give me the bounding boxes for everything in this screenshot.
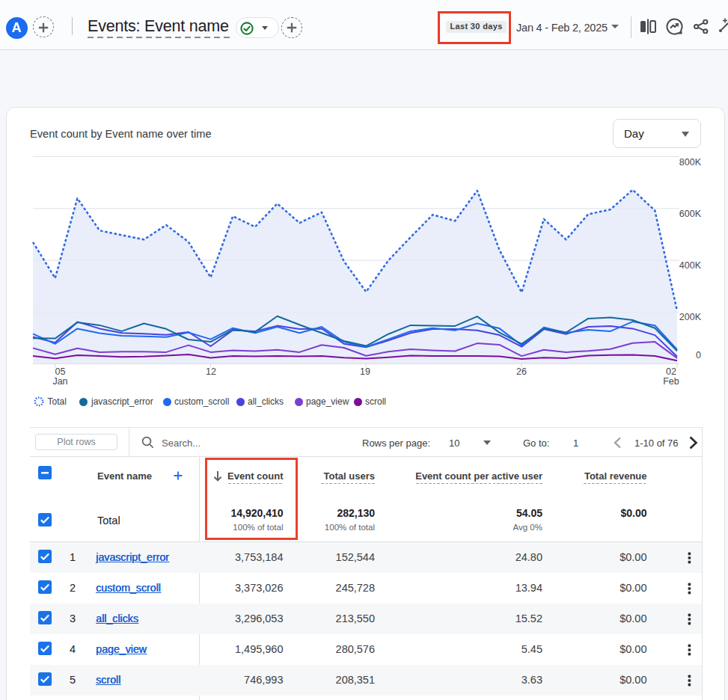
svg-text:400K: 400K	[679, 260, 702, 271]
svg-text:200K: 200K	[679, 312, 702, 322]
svg-text:05: 05	[55, 366, 66, 377]
svg-text:0: 0	[696, 350, 701, 360]
svg-text:600K: 600K	[679, 209, 702, 219]
svg-text:800K: 800K	[679, 157, 702, 168]
svg-text:26: 26	[516, 366, 527, 377]
svg-text:12: 12	[206, 366, 216, 377]
svg-text:Jan: Jan	[52, 376, 67, 387]
svg-text:02: 02	[666, 366, 676, 377]
svg-text:19: 19	[360, 366, 370, 377]
svg-text:Feb: Feb	[663, 376, 679, 387]
